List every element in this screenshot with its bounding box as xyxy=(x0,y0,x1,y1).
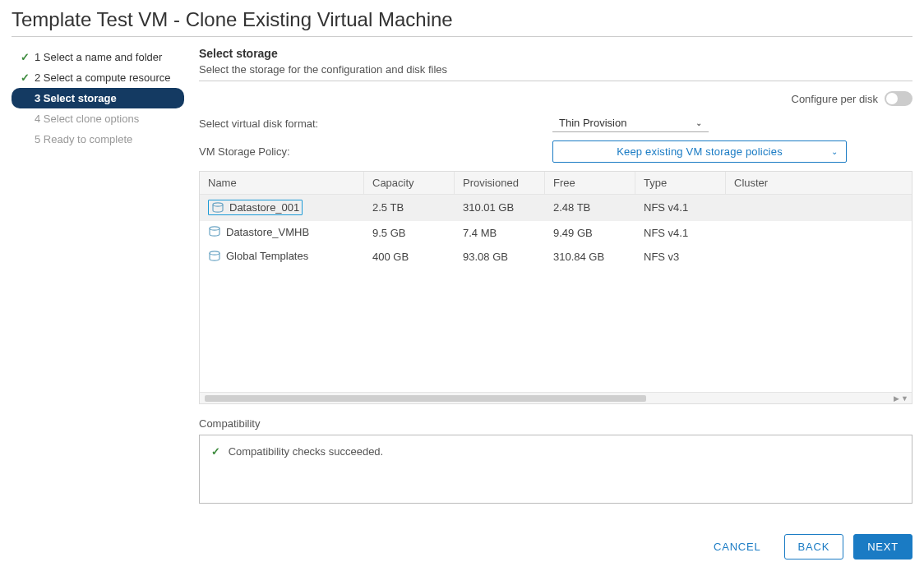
col-header-provisioned[interactable]: Provisioned xyxy=(455,172,545,194)
step-label: 2 Select a compute resource xyxy=(35,71,170,84)
datastore-free: 310.84 GB xyxy=(545,246,635,268)
storage-policy-value: Keep existing VM storage policies xyxy=(617,145,783,158)
col-header-type[interactable]: Type xyxy=(635,172,726,194)
datastore-icon xyxy=(208,251,221,262)
col-header-capacity[interactable]: Capacity xyxy=(364,172,455,194)
next-button[interactable]: NEXT xyxy=(853,534,912,559)
step-select-storage[interactable]: ✓ 3 Select storage xyxy=(12,88,184,108)
wizard-title: Template Test VM - Clone Existing Virtua… xyxy=(12,0,912,36)
datastore-cluster xyxy=(726,228,912,237)
datastore-provisioned: 310.01 GB xyxy=(455,196,545,219)
toggle-knob xyxy=(886,93,898,104)
datastore-provisioned: 93.08 GB xyxy=(455,246,545,268)
storage-policy-label: VM Storage Policy: xyxy=(199,145,552,158)
datastore-name: Global Templates xyxy=(226,250,308,262)
datastore-cluster xyxy=(726,203,912,213)
datastore-capacity: 9.5 GB xyxy=(364,222,455,244)
configure-per-disk-toggle[interactable] xyxy=(885,91,912,106)
grid-header: Name Capacity Provisioned Free Type Clus… xyxy=(200,172,912,195)
storage-policy-row: VM Storage Policy: Keep existing VM stor… xyxy=(199,140,912,163)
datastore-row[interactable]: Datastore_001 2.5 TB 310.01 GB 2.48 TB N… xyxy=(200,195,912,221)
datastore-grid: Name Capacity Provisioned Free Type Clus… xyxy=(199,171,912,404)
chevron-down-icon: ⌄ xyxy=(695,118,702,127)
check-icon: ✓ xyxy=(211,445,220,458)
datastore-type: NFS v3 xyxy=(635,246,726,268)
step-compute-resource[interactable]: ✓ 2 Select a compute resource xyxy=(12,67,184,88)
datastore-name: Datastore_001 xyxy=(229,201,299,214)
section-subtitle: Select the storage for the configuration… xyxy=(199,63,912,76)
wizard-steps-sidebar: ✓ 1 Select a name and folder ✓ 2 Select … xyxy=(12,47,184,504)
back-button[interactable]: BACK xyxy=(784,534,844,559)
datastore-provisioned: 7.4 MB xyxy=(455,222,545,244)
storage-policy-select[interactable]: Keep existing VM storage policies ⌄ xyxy=(552,140,847,163)
datastore-row[interactable]: Global Templates 400 GB 93.08 GB 310.84 … xyxy=(200,245,912,269)
step-ready-to-complete: ✓ 5 Ready to complete xyxy=(12,129,184,150)
svg-point-2 xyxy=(210,251,219,254)
disk-format-value: Thin Provision xyxy=(559,117,626,129)
clone-vm-wizard: Template Test VM - Clone Existing Virtua… xyxy=(0,0,924,571)
wizard-body: ✓ 1 Select a name and folder ✓ 2 Select … xyxy=(12,47,912,504)
col-header-free[interactable]: Free xyxy=(545,172,635,194)
col-header-cluster[interactable]: Cluster xyxy=(726,172,912,194)
grid-body: Datastore_001 2.5 TB 310.01 GB 2.48 TB N… xyxy=(200,195,912,392)
check-icon: ✓ xyxy=(20,51,30,63)
wizard-main: Select storage Select the storage for th… xyxy=(199,47,912,504)
disk-format-select[interactable]: Thin Provision ⌄ xyxy=(552,114,709,132)
step-name-and-folder[interactable]: ✓ 1 Select a name and folder xyxy=(12,47,184,67)
section-title: Select storage xyxy=(199,47,912,60)
datastore-capacity: 2.5 TB xyxy=(364,196,455,219)
step-label: 1 Select a name and folder xyxy=(35,51,162,63)
divider xyxy=(199,81,912,81)
datastore-free: 9.49 GB xyxy=(545,222,635,244)
wizard-footer: CANCEL BACK NEXT xyxy=(700,534,912,559)
step-label: 3 Select storage xyxy=(35,92,117,104)
datastore-type: NFS v4.1 xyxy=(635,196,726,219)
scrollbar-arrows: ▶▼ xyxy=(894,394,912,403)
configure-per-disk-row: Configure per disk xyxy=(199,91,912,106)
svg-point-0 xyxy=(213,202,223,205)
configure-per-disk-label: Configure per disk xyxy=(792,93,879,105)
check-icon: ✓ xyxy=(20,71,30,84)
datastore-row[interactable]: Datastore_VMHB 9.5 GB 7.4 MB 9.49 GB NFS… xyxy=(200,221,912,246)
datastore-capacity: 400 GB xyxy=(364,246,455,268)
datastore-icon xyxy=(208,226,221,237)
datastore-name: Datastore_VMHB xyxy=(226,226,309,238)
scrollbar-thumb[interactable] xyxy=(205,395,646,402)
disk-format-row: Select virtual disk format: Thin Provisi… xyxy=(199,114,912,132)
compatibility-box: ✓ Compatibility checks succeeded. xyxy=(199,435,912,504)
divider xyxy=(12,36,912,37)
compatibility-message: Compatibility checks succeeded. xyxy=(229,445,384,458)
step-clone-options: ✓ 4 Select clone options xyxy=(12,108,184,129)
datastore-cluster xyxy=(726,252,912,262)
step-label: 5 Ready to complete xyxy=(35,133,132,145)
disk-format-label: Select virtual disk format: xyxy=(199,117,552,130)
chevron-down-icon: ⌄ xyxy=(831,147,838,156)
cancel-button[interactable]: CANCEL xyxy=(700,535,774,559)
grid-horizontal-scrollbar[interactable]: ▶▼ xyxy=(200,392,912,403)
compatibility-label: Compatibility xyxy=(199,417,912,430)
datastore-type: NFS v4.1 xyxy=(635,222,726,244)
col-header-name[interactable]: Name xyxy=(200,172,364,194)
step-label: 4 Select clone options xyxy=(35,113,139,125)
datastore-icon xyxy=(211,202,224,214)
datastore-free: 2.48 TB xyxy=(545,196,635,219)
svg-point-1 xyxy=(210,227,219,230)
